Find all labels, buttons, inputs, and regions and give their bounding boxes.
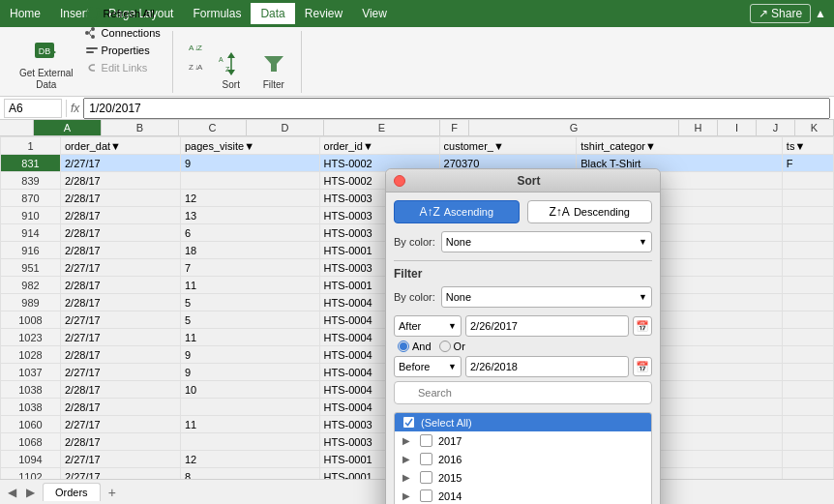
data-cell[interactable] (782, 329, 833, 346)
data-cell[interactable]: 2/28/17 (61, 207, 181, 224)
col-header-K[interactable]: K (795, 120, 834, 135)
data-cell[interactable] (782, 451, 833, 468)
data-cell[interactable]: 2/28/17 (61, 224, 181, 242)
calendar1-button[interactable]: 📅 (633, 316, 652, 336)
checkbox-2017[interactable] (420, 434, 432, 447)
data-cell[interactable]: pages_visite▼ (181, 137, 320, 155)
data-cell[interactable]: 10 (181, 381, 320, 399)
sort-za-button[interactable]: Z ↓ A (185, 58, 208, 75)
data-cell[interactable]: order_id▼ (319, 137, 439, 155)
properties-button[interactable]: Properties (81, 43, 164, 58)
data-cell[interactable] (782, 433, 833, 451)
edit-links-button[interactable]: Edit Links (81, 60, 164, 75)
filter-item-2015[interactable]: ▶ 2015 (395, 468, 651, 487)
filter-item-2017[interactable]: ▶ 2017 (395, 431, 651, 450)
collapse-icon[interactable]: ▲ (815, 7, 826, 20)
sort-button[interactable]: A Z Sort (212, 46, 251, 93)
data-cell[interactable]: 8 (181, 468, 320, 480)
cell-ref-input[interactable] (4, 99, 62, 118)
data-cell[interactable]: F (782, 155, 833, 172)
data-cell[interactable] (782, 468, 833, 480)
data-cell[interactable]: 2/28/17 (61, 294, 181, 311)
refresh-all-button[interactable]: Refresh All (81, 4, 164, 23)
menu-formulas[interactable]: Formulas (183, 3, 251, 24)
data-cell[interactable]: 2/28/17 (61, 172, 181, 190)
data-cell[interactable] (181, 399, 320, 416)
data-cell[interactable]: 7 (181, 259, 320, 277)
checkbox-2016[interactable] (420, 453, 432, 465)
data-cell[interactable]: 2/28/17 (61, 381, 181, 399)
sort-az-button[interactable]: A ↓ Z (185, 39, 208, 56)
data-cell[interactable] (782, 224, 833, 242)
data-cell[interactable] (782, 346, 833, 364)
data-cell[interactable] (181, 433, 320, 451)
col-header-A[interactable]: A (34, 120, 102, 135)
data-cell[interactable]: 18 (181, 242, 320, 259)
data-cell[interactable]: 11 (181, 416, 320, 433)
calendar2-button[interactable]: 📅 (633, 357, 652, 376)
data-cell[interactable]: 2/27/17 (61, 416, 181, 433)
data-cell[interactable]: tshirt_categor▼ (577, 137, 783, 155)
data-cell[interactable]: 2/27/17 (61, 451, 181, 468)
dialog-close-button[interactable] (394, 175, 405, 187)
data-cell[interactable]: 2/28/17 (61, 433, 181, 451)
data-cell[interactable]: 9 (181, 155, 320, 172)
data-cell[interactable] (782, 207, 833, 224)
data-cell[interactable] (782, 190, 833, 207)
table-row[interactable]: 1order_dat▼pages_visite▼order_id▼custome… (1, 137, 834, 155)
orders-sheet-tab[interactable]: Orders (43, 483, 101, 501)
data-cell[interactable]: 5 (181, 294, 320, 311)
data-cell[interactable] (782, 277, 833, 294)
expand-2014-icon[interactable]: ▶ (402, 490, 414, 501)
col-header-C[interactable]: C (179, 120, 247, 135)
menu-view[interactable]: View (352, 3, 397, 24)
col-header-F[interactable]: F (440, 120, 469, 135)
share-button[interactable]: ↗ Share (750, 4, 811, 23)
data-cell[interactable]: 9 (181, 346, 320, 364)
filter-item-2016[interactable]: ▶ 2016 (395, 450, 651, 468)
data-cell[interactable]: 2/28/17 (61, 242, 181, 259)
data-cell[interactable]: 12 (181, 190, 320, 207)
data-cell[interactable]: 2/27/17 (61, 468, 181, 480)
filter-condition2-select[interactable]: Before ▼ (394, 356, 462, 377)
data-cell[interactable]: ts▼ (782, 137, 833, 155)
data-cell[interactable]: 5 (181, 311, 320, 329)
filter-item-2014[interactable]: ▶ 2014 (395, 487, 651, 504)
nav-right-arrow[interactable]: ▶ (22, 485, 39, 500)
data-cell[interactable]: 2/28/17 (61, 399, 181, 416)
data-cell[interactable] (782, 311, 833, 329)
data-cell[interactable]: 11 (181, 329, 320, 346)
filter-value2-input[interactable] (465, 356, 629, 377)
data-cell[interactable]: 13 (181, 207, 320, 224)
data-cell[interactable]: 11 (181, 277, 320, 294)
data-cell[interactable] (782, 294, 833, 311)
descending-button[interactable]: Z↑A Descending (527, 200, 653, 223)
checkbox-2015[interactable] (420, 471, 432, 484)
menu-review[interactable]: Review (295, 3, 352, 24)
connections-button[interactable]: Connections (81, 25, 164, 41)
data-cell[interactable] (782, 399, 833, 416)
filter-value1-input[interactable] (465, 315, 629, 337)
data-cell[interactable]: customer_▼ (439, 137, 577, 155)
data-cell[interactable]: 2/27/17 (61, 259, 181, 277)
data-cell[interactable]: 2/28/17 (61, 277, 181, 294)
or-radio[interactable]: Or (439, 341, 465, 352)
col-header-J[interactable]: J (757, 120, 795, 135)
filter-color-select[interactable]: None ▼ (441, 286, 652, 308)
menu-data[interactable]: Data (251, 3, 294, 24)
data-cell[interactable]: 2/28/17 (61, 346, 181, 364)
expand-2017-icon[interactable]: ▶ (402, 435, 414, 446)
sort-color-select[interactable]: None ▼ (441, 231, 652, 252)
col-header-I[interactable]: I (718, 120, 757, 135)
data-cell[interactable]: 2/27/17 (61, 311, 181, 329)
data-cell[interactable]: order_dat▼ (61, 137, 181, 155)
data-cell[interactable] (782, 172, 833, 190)
data-cell[interactable]: 9 (181, 364, 320, 381)
data-cell[interactable]: 6 (181, 224, 320, 242)
nav-left-arrow[interactable]: ◀ (4, 485, 20, 500)
get-external-data-button[interactable]: DB Get ExternalData (15, 35, 77, 93)
data-cell[interactable] (782, 364, 833, 381)
filter-condition1-select[interactable]: After ▼ (394, 315, 462, 337)
formula-content-input[interactable] (83, 98, 830, 119)
data-cell[interactable] (782, 242, 833, 259)
